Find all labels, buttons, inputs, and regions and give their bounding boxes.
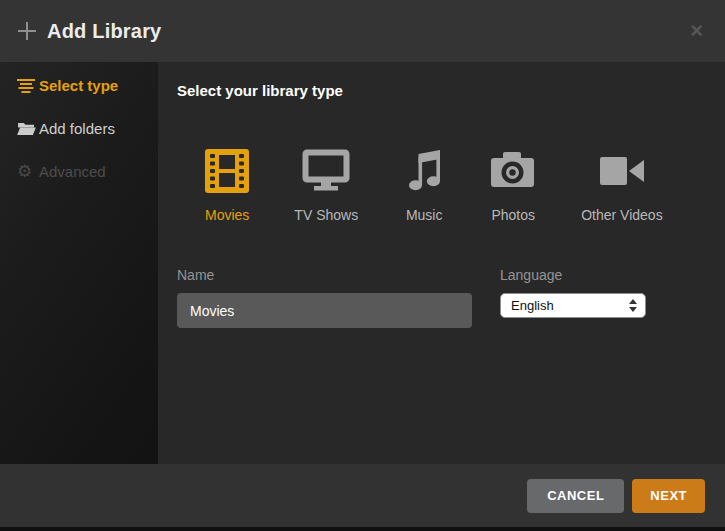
select-type-panel: Select your library type	[158, 62, 725, 464]
library-type-movies[interactable]: Movies	[205, 147, 249, 223]
sidebar-item-label: Advanced	[39, 163, 106, 180]
panel-heading: Select your library type	[177, 82, 343, 99]
music-note-icon	[403, 147, 445, 195]
library-type-label: Music	[406, 207, 443, 223]
next-button[interactable]: NEXT	[632, 479, 705, 513]
library-type-tv-shows[interactable]: TV Shows	[294, 147, 358, 223]
sidebar-item-label: Select type	[39, 77, 118, 94]
dialog-header: Add Library ×	[0, 0, 725, 62]
close-icon[interactable]: ×	[686, 18, 707, 44]
camera-icon	[490, 147, 536, 195]
library-type-label: Other Videos	[581, 207, 662, 223]
library-type-music[interactable]: Music	[403, 147, 445, 223]
name-field-label: Name	[177, 267, 472, 283]
library-type-photos[interactable]: Photos	[490, 147, 536, 223]
gear-icon: ⚙	[17, 163, 39, 180]
folder-icon	[17, 121, 39, 136]
library-name-input[interactable]	[177, 293, 472, 328]
video-camera-icon	[598, 147, 646, 195]
dialog-title: Add Library	[47, 20, 161, 43]
library-details-form: Name Language English	[177, 267, 646, 328]
dialog-footer: CANCEL NEXT	[0, 464, 725, 527]
sidebar-item-select-type[interactable]: Select type	[0, 64, 158, 107]
library-type-label: TV Shows	[294, 207, 358, 223]
select-arrows-icon	[629, 299, 637, 312]
library-type-label: Movies	[205, 207, 249, 223]
cancel-button[interactable]: CANCEL	[527, 479, 624, 513]
language-field-label: Language	[500, 267, 646, 283]
sidebar-item-label: Add folders	[39, 120, 115, 137]
sidebar-item-advanced[interactable]: ⚙ Advanced	[0, 150, 158, 193]
language-select[interactable]: English	[500, 293, 646, 318]
tv-icon	[302, 147, 350, 195]
name-field-group: Name	[177, 267, 472, 328]
language-field-group: Language English	[500, 267, 646, 318]
language-select-value: English	[511, 298, 629, 313]
add-library-dialog: Add Library × Select type	[0, 0, 725, 527]
plus-icon	[18, 22, 36, 40]
film-icon	[205, 147, 249, 195]
library-type-row: Movies TV Shows	[205, 147, 663, 223]
list-lines-icon	[17, 79, 39, 93]
wizard-steps-sidebar: Select type Add folders ⚙ Advanced	[0, 62, 158, 464]
library-type-label: Photos	[491, 207, 535, 223]
sidebar-item-add-folders[interactable]: Add folders	[0, 107, 158, 150]
library-type-other-videos[interactable]: Other Videos	[581, 147, 662, 223]
dialog-body: Select type Add folders ⚙ Advanced	[0, 62, 725, 464]
